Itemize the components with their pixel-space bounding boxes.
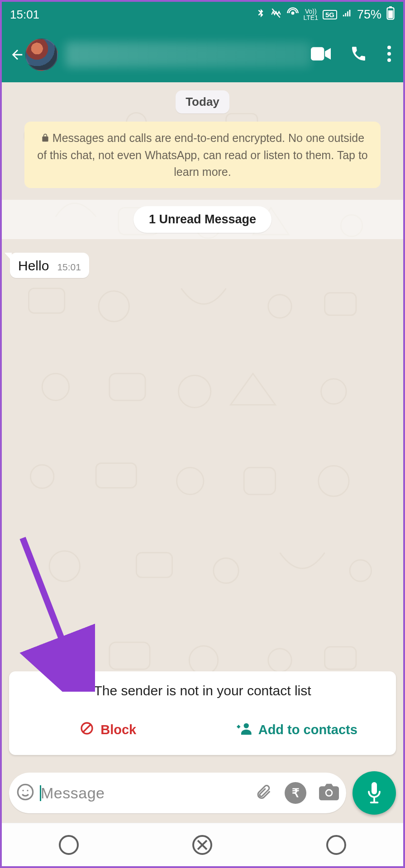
svg-point-29 — [49, 551, 80, 581]
svg-point-31 — [214, 558, 238, 583]
nav-recents-button[interactable] — [59, 835, 79, 855]
unknown-sender-card: The sender is not in your contact list B… — [9, 671, 396, 755]
add-to-contacts-label: Add to contacts — [258, 722, 357, 737]
nav-back-button[interactable] — [326, 835, 346, 855]
svg-point-17 — [99, 291, 129, 321]
svg-line-40 — [83, 725, 91, 732]
contact-avatar[interactable] — [25, 38, 58, 71]
lock-icon — [41, 131, 50, 147]
block-button[interactable]: Block — [14, 714, 203, 746]
svg-point-36 — [268, 649, 292, 672]
signal-icon — [342, 8, 353, 21]
add-contact-icon — [237, 722, 252, 738]
video-call-button[interactable] — [311, 47, 331, 63]
svg-point-1 — [291, 12, 294, 15]
camera-button[interactable] — [319, 783, 339, 803]
unread-count-pill: 1 Unread Message — [133, 206, 272, 233]
svg-point-28 — [319, 466, 349, 496]
battery-icon — [386, 6, 395, 23]
compose-bar: Message ₹ — [9, 771, 396, 815]
voice-message-button[interactable] — [353, 771, 396, 815]
svg-rect-21 — [110, 373, 145, 400]
voice-call-button[interactable] — [351, 46, 367, 64]
svg-point-8 — [387, 58, 391, 62]
more-options-button[interactable] — [387, 46, 391, 64]
unknown-sender-text: The sender is not in your contact list — [14, 683, 391, 698]
text-cursor — [40, 785, 41, 801]
svg-point-18 — [268, 295, 292, 318]
incoming-message-bubble[interactable]: Hello 15:01 — [10, 253, 89, 278]
svg-rect-4 — [388, 10, 393, 18]
svg-point-7 — [387, 52, 391, 56]
svg-point-23 — [321, 379, 346, 404]
message-time: 15:01 — [57, 262, 81, 274]
unread-divider: 1 Unread Message — [2, 200, 403, 239]
svg-rect-19 — [325, 293, 356, 316]
date-separator: Today — [176, 90, 229, 113]
message-text: Hello — [18, 258, 49, 274]
status-time: 15:01 — [10, 8, 39, 22]
svg-rect-27 — [244, 467, 275, 494]
encryption-notice-text: Messages and calls are end-to-end encryp… — [37, 132, 368, 178]
svg-point-22 — [178, 375, 210, 407]
svg-point-42 — [18, 784, 33, 799]
svg-rect-37 — [325, 647, 356, 670]
network-5g-badge: 5G — [323, 10, 337, 19]
payment-button[interactable]: ₹ — [285, 782, 306, 804]
svg-rect-5 — [311, 47, 324, 60]
status-icons: Vo))LTE1 5G 75% — [256, 6, 395, 23]
svg-point-44 — [27, 790, 28, 791]
vibrate-icon — [270, 7, 282, 22]
add-to-contacts-button[interactable]: Add to contacts — [203, 714, 392, 746]
svg-point-46 — [327, 790, 332, 795]
svg-rect-16 — [29, 288, 64, 313]
hotspot-icon — [286, 7, 299, 22]
emoji-button[interactable] — [16, 783, 34, 803]
volte-indicator: Vo))LTE1 — [304, 8, 318, 21]
svg-point-24 — [30, 465, 54, 488]
svg-point-43 — [22, 790, 24, 791]
svg-point-32 — [350, 560, 372, 581]
android-status-bar: 15:01 Vo))LTE1 5G 75% — [2, 2, 403, 27]
svg-rect-30 — [136, 553, 172, 578]
block-icon — [80, 721, 94, 739]
contact-name-blurred[interactable] — [65, 42, 311, 67]
chat-header — [2, 27, 403, 82]
block-label: Block — [100, 722, 136, 737]
message-input[interactable]: Message — [41, 784, 255, 802]
encryption-notice[interactable]: Messages and calls are end-to-end encryp… — [24, 122, 381, 188]
svg-point-41 — [243, 723, 248, 728]
android-nav-bar — [2, 823, 403, 866]
svg-rect-25 — [96, 463, 136, 488]
chat-area[interactable]: Today Messages and calls are end-to-end … — [2, 82, 403, 823]
nav-close-button[interactable] — [192, 835, 212, 855]
svg-point-35 — [189, 646, 218, 675]
battery-percent: 75% — [357, 8, 381, 22]
svg-point-6 — [387, 46, 391, 49]
svg-point-20 — [42, 373, 69, 400]
attach-button[interactable] — [255, 783, 272, 803]
svg-rect-3 — [389, 6, 392, 8]
svg-rect-47 — [372, 782, 377, 794]
svg-point-33 — [34, 643, 59, 668]
back-button[interactable] — [8, 46, 26, 64]
bluetooth-icon — [256, 7, 266, 22]
svg-rect-34 — [110, 642, 150, 669]
svg-point-26 — [177, 467, 204, 494]
message-input-container: Message ₹ — [9, 773, 346, 813]
